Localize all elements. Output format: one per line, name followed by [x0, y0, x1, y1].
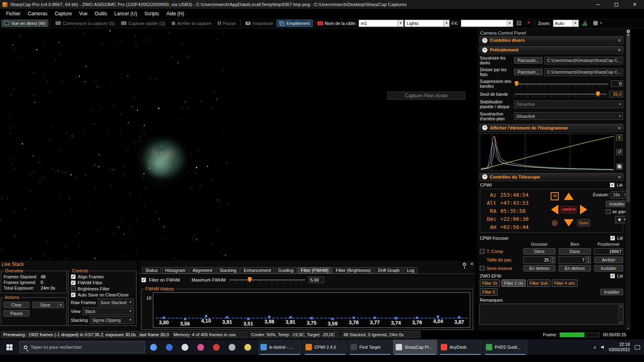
tab-guiding[interactable]: Guiding — [275, 267, 297, 274]
close-panel-icon[interactable]: ✕ — [470, 262, 474, 266]
slew-right-button[interactable] — [580, 205, 587, 214]
close-button[interactable]: ✕ — [625, 0, 644, 9]
auto-save-checkbox[interactable]: ✓ — [71, 292, 76, 297]
panel-scrollbar[interactable]: ▲ ▼ — [625, 29, 631, 331]
fwhm-filter-checkbox[interactable]: ✓ — [71, 280, 76, 285]
zoom-combo[interactable]: Auto▼ — [553, 20, 579, 27]
menu-item-lancer-u[interactable]: Lancer (U) — [111, 10, 141, 17]
efw-linked-checkbox[interactable]: ✓ — [610, 274, 615, 278]
filter-button-filter-5[interactable]: Filter 5 — [480, 288, 497, 296]
spin-down-icon[interactable]: ▼ — [586, 260, 590, 263]
tab-filter-fwhm[interactable]: Filter (FWHM) — [297, 267, 332, 274]
focus-out-fine-button[interactable]: En dehors — [559, 265, 591, 272]
reticle-button[interactable]: * — [525, 19, 533, 27]
clear-button[interactable]: Clear — [4, 302, 29, 308]
taskbar-clock[interactable]: 22:18 03/03/2022 — [609, 342, 630, 352]
stop-slew-button[interactable]: ARRÊTE — [561, 206, 577, 213]
speaker-icon[interactable] — [601, 346, 604, 349]
filter-button-filter-4-uhc[interactable]: Filter 4 uhc — [552, 280, 578, 287]
focuser-linked-checkbox[interactable]: ✓ — [610, 236, 615, 241]
minimize-button[interactable] — [588, 0, 607, 9]
stabilization-combo[interactable]: Désactivé▼ — [514, 101, 623, 108]
hamburger-icon[interactable]: ≡ — [618, 38, 621, 43]
pause-button[interactable]: Pause — [215, 20, 238, 27]
stacking-combo[interactable]: Sigma Clipping▼ — [90, 316, 134, 324]
flats-path-combo[interactable]: C:\Users\marcb\Desktop\SharpCap C...▼ — [545, 68, 623, 76]
remarks-textarea[interactable]: ▲▼ — [479, 304, 623, 325]
flats-browse-button[interactable]: Parcourir... — [514, 69, 543, 75]
frame-type-combo[interactable]: Lights▼ — [405, 20, 450, 27]
focuser-install-button[interactable]: Installer — [594, 265, 623, 272]
hamburger-icon[interactable]: ≡ — [618, 47, 621, 52]
panel-pin-icon[interactable] — [627, 30, 630, 33]
reverse-checkbox[interactable]: ✓ — [480, 266, 485, 271]
histogram-button[interactable] — [580, 20, 590, 27]
telescope-header[interactable]: ^ Contrôles du Télescope ≡ — [479, 173, 623, 181]
threshold-value[interactable]: 35,0 — [609, 91, 623, 97]
favorites-button[interactable]: ★▼ — [615, 216, 625, 223]
max-fwhm-slider[interactable] — [229, 276, 306, 283]
quick-capture-button[interactable]: Capture rapide (Q) — [118, 20, 168, 27]
pretraitement-header[interactable]: ^ Prétraitement ≡ — [479, 46, 623, 54]
copernic-icon[interactable] — [182, 344, 188, 351]
snapshot-button[interactable]: Instantané — [243, 20, 276, 27]
align-frames-checkbox[interactable]: ✓ — [71, 274, 76, 279]
brightness-filter-checkbox[interactable]: ✓ — [71, 286, 76, 291]
slew-down-button[interactable] — [564, 219, 574, 226]
auto-stretch-button[interactable] — [616, 134, 623, 141]
filter-button-filter-3oiii[interactable]: Filter 3oiii — [527, 280, 550, 287]
tab-drift-graph[interactable]: Drift Graph — [375, 267, 403, 274]
max-fwhm-value[interactable]: 5.00 — [309, 277, 324, 283]
darks-browse-button[interactable]: Parcourir... — [514, 57, 543, 64]
telescope-linked-checkbox[interactable]: ✓ — [610, 183, 615, 187]
live-stack-button[interactable]: Empilement — [277, 20, 312, 27]
spin-up-icon[interactable]: ▲ — [551, 257, 555, 260]
menu-item-outils[interactable]: Outils — [91, 10, 111, 17]
fine-step-spinner[interactable]: 7▲▼ — [559, 256, 591, 263]
darks-path-combo[interactable]: C:\Users\marcb\Desktop\SharpCap C...▼ — [545, 57, 623, 64]
display-options-button[interactable]: ▼ — [590, 20, 606, 27]
menu-item-capture[interactable]: Capture — [51, 10, 76, 17]
scroll-up-icon[interactable]: ▲ — [619, 304, 622, 307]
spiral-search-button[interactable]: ⟲ — [551, 192, 559, 200]
coarse-step-spinner[interactable]: 25▲▼ — [523, 256, 555, 263]
target-name-combo[interactable]: m1▼ — [359, 20, 404, 27]
tab-log[interactable]: Log — [404, 267, 417, 274]
notification-center-icon[interactable] — [635, 345, 640, 350]
taskbar-app-find-target[interactable]: Find Target — [347, 339, 392, 355]
focus-out-coarse-button[interactable]: En dehors — [523, 265, 555, 272]
taskbar-app-le-bistrot[interactable]: le-bistrot - ... — [257, 339, 302, 355]
goto-target-button[interactable]: ◎ — [552, 219, 558, 226]
tab-histogram[interactable]: Histogram — [162, 267, 188, 274]
tray-chevron-icon[interactable]: ∧ — [593, 345, 596, 350]
filter-button-filter-2-cls[interactable]: Filter 2 cls — [502, 280, 526, 287]
misc-controls-header[interactable]: ^ Contrôles divers ≡ — [479, 36, 623, 44]
stellarium-icon[interactable] — [229, 344, 235, 351]
histogram-header[interactable]: ^ Afficher l'étirement de l'histogramme … — [479, 124, 623, 132]
tracking-button[interactable]: Suivi — [577, 219, 590, 226]
focuser-stop-button[interactable]: Arrêter — [594, 257, 623, 263]
raw-frames-combo[interactable]: Save Stacked▼ — [98, 298, 134, 306]
efw-install-button[interactable]: Installer — [600, 289, 623, 295]
chrome-icon[interactable] — [150, 344, 157, 351]
mail-icon[interactable] — [166, 344, 173, 351]
park-checkbox[interactable]: ✓ — [606, 209, 611, 214]
capture-fullscreen-button[interactable]: Capture Plein écran — [387, 92, 465, 100]
filter-on-fwhm-checkbox[interactable]: ✓ — [141, 278, 146, 282]
telescope-install-button[interactable]: Installer — [606, 201, 625, 207]
reset-stretch-button[interactable]: ↺ — [616, 149, 623, 155]
grid-overlay-button[interactable] — [514, 20, 524, 27]
chevron-down-icon[interactable]: ▼ — [58, 302, 64, 308]
menu-item-fichier[interactable]: Fichier — [2, 10, 24, 17]
pin-icon[interactable] — [463, 263, 466, 266]
slew-left-button[interactable] — [551, 205, 558, 214]
scrollbar-thumb[interactable] — [626, 33, 630, 202]
spin-down-icon[interactable]: ▼ — [551, 260, 555, 263]
pause-stack-button[interactable]: Pause — [4, 310, 29, 317]
tab-filter-brightness[interactable]: Filter (Brightness) — [332, 267, 374, 274]
taskbar-search-box[interactable]: Taper ici pour rechercher — [19, 341, 145, 353]
jdownloader-icon[interactable] — [213, 344, 220, 351]
save-stretch-button[interactable] — [616, 163, 623, 170]
taskbar-app-cpwi-2-4-0[interactable]: CPWI 2.4.0 — [302, 339, 347, 355]
scroll-down-icon[interactable]: ▼ — [627, 327, 630, 331]
